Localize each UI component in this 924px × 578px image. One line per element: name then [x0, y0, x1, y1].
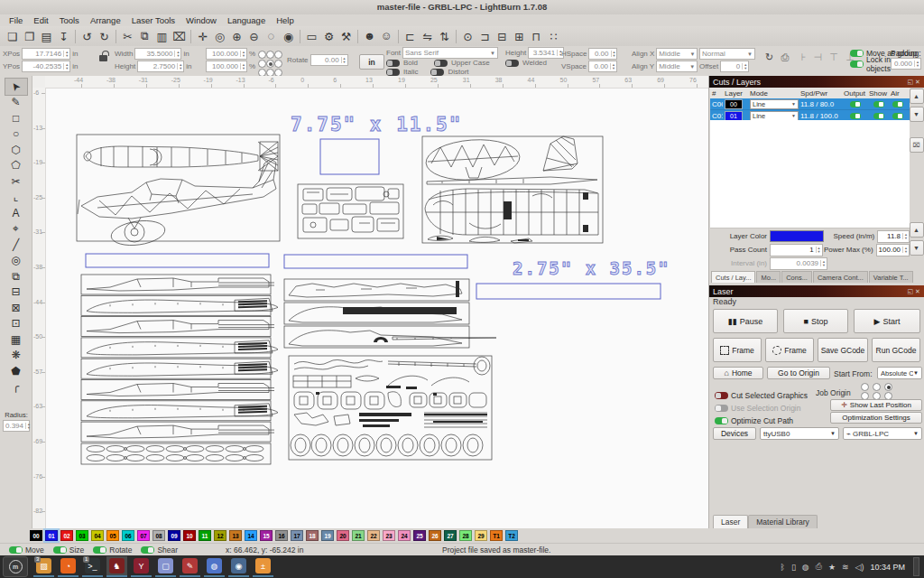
anchor-tl[interactable] — [258, 51, 266, 59]
user-profile-icon[interactable]: ☺ — [378, 28, 395, 44]
show-last-position-button[interactable]: ✛Show Last Position — [830, 399, 922, 411]
menu-arrange[interactable]: Arrange — [85, 14, 126, 26]
mirror-vertical-icon[interactable]: ⇅ — [436, 28, 453, 44]
taskbar-terminal[interactable]: >_1 — [82, 556, 103, 577]
palette-swatch-00[interactable]: 00 — [30, 530, 42, 541]
menu-language[interactable]: Language — [222, 14, 271, 26]
taskbar-firefox[interactable]: ◔ — [58, 556, 79, 577]
distribute-vertical-icon[interactable]: ⊞ — [511, 28, 528, 44]
import-icon[interactable]: ↧ — [55, 28, 72, 44]
volume-icon[interactable]: ◁) — [855, 563, 864, 572]
palette-swatch-25[interactable]: 25 — [413, 530, 426, 541]
anchor-grid[interactable] — [258, 51, 282, 77]
close-icon[interactable]: ◱ ✕ — [908, 79, 920, 86]
speed-field[interactable]: 11.8 — [878, 232, 902, 240]
palette-swatch-T2[interactable]: T2 — [505, 530, 518, 541]
menu-tools[interactable]: Tools — [54, 14, 85, 26]
palette-swatch-21[interactable]: 21 — [352, 530, 365, 541]
zoom-out-icon[interactable]: ⊖ — [245, 28, 263, 44]
palette-swatch-15[interactable]: 15 — [260, 530, 273, 541]
draw-lines-tool[interactable]: ✎ — [5, 95, 27, 111]
taskbar-browser[interactable]: ◍ — [204, 556, 225, 577]
bluetooth-icon[interactable]: ᛒ — [781, 563, 785, 572]
position-tool[interactable]: ⌖ — [5, 221, 27, 238]
frame-selection-icon[interactable]: ◌ — [263, 28, 280, 44]
panel-tab-2[interactable]: Cons... — [781, 271, 812, 283]
multi-user-icon[interactable]: ☻ — [361, 28, 378, 44]
palette-swatch-19[interactable]: 19 — [321, 530, 334, 541]
use-selection-origin-toggle[interactable] — [715, 405, 728, 412]
save-icon[interactable]: ▤ — [38, 28, 55, 44]
shear-toggle[interactable] — [141, 546, 154, 554]
ypos-field[interactable]: -40.2535▲▼ — [22, 61, 70, 72]
save-gcode-button[interactable]: Save GCode — [818, 338, 868, 362]
welded-toggle[interactable] — [505, 60, 519, 67]
palette-swatch-26[interactable]: 26 — [429, 530, 441, 541]
vspace-field[interactable]: 0.00▲▼ — [588, 61, 617, 72]
job-origin-radio-0[interactable] — [861, 383, 869, 391]
palette-swatch-12[interactable]: 12 — [214, 530, 226, 541]
taskbar-drawing-app[interactable]: ✎ — [180, 556, 200, 577]
layer-up-button[interactable]: ▲ — [910, 89, 924, 104]
width-field[interactable]: 35.5000▲▼ — [134, 48, 181, 60]
cut-selected-toggle[interactable] — [715, 392, 728, 399]
radius-field[interactable]: 0.394▲▼ — [3, 420, 30, 432]
hspace-field[interactable]: 0.00▲▼ — [588, 48, 617, 60]
style-select[interactable]: Normal▼ — [699, 48, 755, 60]
close-icon[interactable]: ◱ ✕ — [908, 288, 920, 295]
rotate-view-icon[interactable]: ↻ — [765, 51, 773, 62]
printer-icon[interactable]: ⎙ — [816, 562, 822, 572]
menu-edit[interactable]: Edit — [28, 14, 53, 26]
palette-swatch-28[interactable]: 28 — [459, 530, 472, 541]
align-node-left-icon[interactable]: ⊦ — [801, 51, 807, 62]
taskbar-wine[interactable]: Y — [131, 556, 152, 577]
panel-tab-0[interactable]: Cuts / Lay... — [711, 271, 755, 283]
start-button[interactable]: ▶Start — [854, 309, 920, 333]
camera-capture-icon[interactable]: ◉ — [280, 28, 297, 44]
bold-toggle[interactable] — [386, 60, 400, 67]
move-toggle[interactable] — [9, 546, 23, 554]
palette-swatch-16[interactable]: 16 — [275, 530, 288, 541]
move-to-origin-icon[interactable]: ⊙ — [459, 28, 476, 44]
output-toggle[interactable] — [850, 101, 861, 107]
measure-tool[interactable]: ╱ — [5, 237, 27, 253]
palette-swatch-03[interactable]: 03 — [76, 530, 88, 541]
move-as-group-toggle[interactable] — [850, 50, 864, 57]
shape-tool-tool[interactable]: ⬟ — [5, 363, 27, 379]
palette-swatch-T1[interactable]: T1 — [490, 530, 503, 541]
run-gcode-button[interactable]: Run GCode — [872, 338, 920, 362]
cut-icon[interactable]: ✂ — [119, 28, 136, 44]
palette-swatch-10[interactable]: 10 — [183, 530, 196, 541]
offset-field[interactable]: 0▲▼ — [720, 61, 749, 72]
panel-tab-4[interactable]: Variable T... — [869, 271, 913, 283]
job-origin-radio-1[interactable] — [873, 383, 881, 391]
show-desktop-button[interactable] — [913, 557, 919, 576]
start-menu-button[interactable]: m — [3, 556, 28, 577]
mirror-horizontal-icon[interactable]: ⇋ — [419, 28, 436, 44]
radius-corners-tool[interactable]: ╭ — [5, 379, 27, 396]
zoom-to-page-icon[interactable]: ◎ — [211, 28, 228, 44]
palette-swatch-24[interactable]: 24 — [398, 530, 411, 541]
select-tool[interactable]: ➤ — [5, 79, 27, 95]
print-icon[interactable]: ⎙ — [781, 51, 789, 62]
edit-nodes-tool[interactable]: ⬠ — [5, 158, 27, 174]
width-scale-field[interactable]: 100.000▲▼ — [206, 48, 247, 60]
anchor-tr[interactable] — [274, 51, 282, 59]
palette-swatch-13[interactable]: 13 — [229, 530, 242, 541]
battery-icon[interactable]: ▯ — [791, 563, 796, 572]
taskbar-screenshot[interactable]: ◉ — [228, 556, 249, 577]
mode-select[interactable]: Line▼ — [750, 99, 799, 109]
favorites-icon[interactable]: ★ — [828, 563, 836, 572]
polygon-tool[interactable]: ⬡ — [5, 142, 27, 158]
device-select[interactable]: ⌁ GRBL-LPC▼ — [843, 427, 922, 440]
copy-icon[interactable]: ⧉ — [136, 28, 153, 44]
ellipse-tool[interactable]: ○ — [5, 126, 27, 143]
dock-tab-material-library[interactable]: Material Library — [748, 515, 818, 528]
output-toggle[interactable] — [850, 113, 861, 119]
circular-array-tool[interactable]: ❋ — [5, 348, 27, 364]
palette-swatch-23[interactable]: 23 — [383, 530, 395, 541]
preview-icon[interactable]: ▭ — [303, 28, 320, 44]
taskbar-calculator[interactable]: ± — [253, 556, 273, 577]
lock-inner-toggle[interactable] — [850, 61, 864, 68]
workspace[interactable]: -44-38-31-25-19-13-606131925313844505763… — [32, 76, 708, 528]
